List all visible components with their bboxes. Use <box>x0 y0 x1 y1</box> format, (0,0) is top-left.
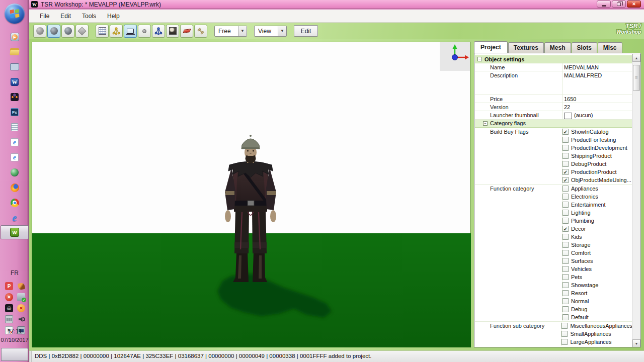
checkbox-row[interactable]: ProductForTesting <box>562 136 632 144</box>
taskbar-item-game[interactable] <box>7 89 22 105</box>
checkbox-row[interactable]: ShowInCatalog <box>562 128 632 136</box>
checkbox[interactable] <box>562 145 569 151</box>
checkbox-row[interactable]: Plumbing <box>562 217 632 225</box>
checkbox-row[interactable]: Lighting <box>562 209 632 217</box>
checkbox[interactable] <box>562 290 569 296</box>
tab-slots[interactable]: Slots <box>572 42 597 53</box>
checkbox-row[interactable]: ProductInDevelopment <box>562 144 632 152</box>
taskbar-item-app-monitor[interactable] <box>7 59 22 74</box>
checkbox[interactable] <box>562 202 569 208</box>
taskbar-item-notepad[interactable] <box>7 120 22 135</box>
checkbox-row[interactable]: Default <box>562 313 632 321</box>
taskbar-item-firefox[interactable] <box>7 180 22 195</box>
taskbar-item-ie-2[interactable]: e <box>7 150 22 165</box>
close-button[interactable]: ✕ <box>627 1 641 8</box>
checkbox-row[interactable]: Normal <box>562 297 632 305</box>
checkbox[interactable] <box>562 186 569 192</box>
checkbox[interactable] <box>562 129 569 135</box>
shade-wireframe-button[interactable] <box>75 25 89 38</box>
checkbox-row[interactable]: ProductionProduct <box>562 168 632 176</box>
checkbox-row[interactable]: DebugProduct <box>562 160 632 168</box>
checkbox-row[interactable]: Pets <box>562 273 632 281</box>
show-joints-button[interactable] <box>110 25 123 38</box>
checkbox-row[interactable]: Debug <box>562 305 632 313</box>
property-value[interactable]: 1650 <box>562 95 632 103</box>
shade-smooth-button[interactable] <box>47 25 60 38</box>
tab-textures[interactable]: Textures <box>508 42 544 53</box>
checkbox[interactable] <box>562 153 569 159</box>
tray-picpick-icon[interactable]: P <box>5 282 13 290</box>
eraser-button[interactable] <box>180 25 193 38</box>
checkbox[interactable] <box>562 298 569 304</box>
checkbox[interactable] <box>562 274 569 280</box>
checkbox[interactable] <box>562 218 569 224</box>
show-bones-button[interactable] <box>152 25 165 38</box>
collapse-icon[interactable]: − <box>483 121 488 126</box>
checkbox-row[interactable]: SmallAppliances <box>561 330 632 338</box>
taskbar-item-ie-1[interactable]: e <box>7 135 22 150</box>
tray-cleaner-icon[interactable] <box>17 282 25 290</box>
checkbox[interactable] <box>562 169 569 175</box>
checkbox[interactable] <box>562 226 569 232</box>
taskbar-item-word[interactable]: W <box>7 74 22 89</box>
shade-flat-button[interactable] <box>33 25 46 38</box>
checkbox-row[interactable]: LargeAppliances <box>561 338 632 346</box>
viewport-3d[interactable] <box>32 42 470 347</box>
checkbox-row[interactable]: Storage <box>562 241 632 249</box>
checkbox-row[interactable]: Comfort <box>562 249 632 257</box>
tab-mesh[interactable]: Mesh <box>544 42 571 53</box>
checkbox-row[interactable]: Resort <box>562 289 632 297</box>
scroll-up-button[interactable]: ▲ <box>632 54 640 62</box>
show-desktop-button[interactable] <box>1 348 28 361</box>
preview-screen-button[interactable] <box>124 25 137 38</box>
checkbox-row[interactable]: ObjProductMadeUsing... <box>562 176 632 184</box>
tray-error-icon[interactable]: ✕ <box>5 293 13 301</box>
taskbar-item-media-player[interactable]: ▶ <box>7 29 22 44</box>
menu-item-help[interactable]: Help <box>102 11 125 22</box>
checkbox-row[interactable]: Entertainment <box>562 201 632 209</box>
taskbar-item-explorer[interactable] <box>7 44 22 59</box>
checkbox[interactable] <box>562 282 569 288</box>
tray-volume-icon[interactable] <box>17 315 25 323</box>
checkbox-row[interactable]: ShippingProduct <box>562 152 632 160</box>
vertical-scrollbar[interactable]: ▲ ▼ <box>632 54 640 347</box>
property-value[interactable]: MEDVALMAN <box>562 63 632 71</box>
vertex-button[interactable] <box>138 25 151 38</box>
checkbox[interactable] <box>561 323 568 329</box>
clock-time[interactable]: 17:11 <box>0 328 29 335</box>
edit-button[interactable]: Edit <box>294 25 318 37</box>
minimize-button[interactable] <box>597 1 611 8</box>
tab-project[interactable]: Project <box>474 41 508 53</box>
taskbar-item-globe-app[interactable] <box>7 165 22 180</box>
checkbox[interactable] <box>562 234 569 240</box>
checkbox[interactable] <box>562 258 569 264</box>
tray-pirate-icon[interactable]: ☠ <box>5 304 13 312</box>
camera-mode-dropdown[interactable]: Free ▼ <box>214 26 247 37</box>
toggle-grid-button[interactable] <box>96 25 109 38</box>
restore-button[interactable] <box>612 1 626 8</box>
property-value[interactable]: MALMALFRED <box>562 71 632 95</box>
checkbox-row[interactable]: MiscellaneousAppliances <box>561 322 632 330</box>
checkbox-row[interactable]: Vehicles <box>562 265 632 273</box>
checkbox[interactable] <box>562 177 569 183</box>
chevron-down-icon[interactable]: ▼ <box>238 26 247 36</box>
checkbox[interactable] <box>562 242 569 248</box>
checkbox[interactable] <box>561 331 568 337</box>
checkbox[interactable] <box>562 250 569 256</box>
tray-safely-remove-icon[interactable]: ✓ <box>17 293 25 301</box>
view-dropdown[interactable]: View ▼ <box>254 26 287 37</box>
checkbox[interactable] <box>562 194 569 200</box>
taskbar-item-photoshop[interactable]: Ps <box>7 105 22 120</box>
texture-view-button[interactable] <box>166 25 179 38</box>
checkbox-row[interactable]: Electronics <box>562 193 632 201</box>
thumbnail-box[interactable] <box>564 113 572 119</box>
tray-keyboard-icon[interactable] <box>5 315 13 323</box>
menu-item-file[interactable]: File <box>34 11 55 22</box>
tab-misc[interactable]: Misc <box>598 42 622 53</box>
checkbox[interactable] <box>562 161 569 167</box>
checkbox-row[interactable]: Decor <box>562 225 632 233</box>
checkbox[interactable] <box>562 314 569 320</box>
start-button[interactable] <box>5 4 25 24</box>
checkbox-row[interactable]: Showstage <box>562 281 632 289</box>
taskbar-item-ie-large[interactable]: e <box>7 210 22 225</box>
